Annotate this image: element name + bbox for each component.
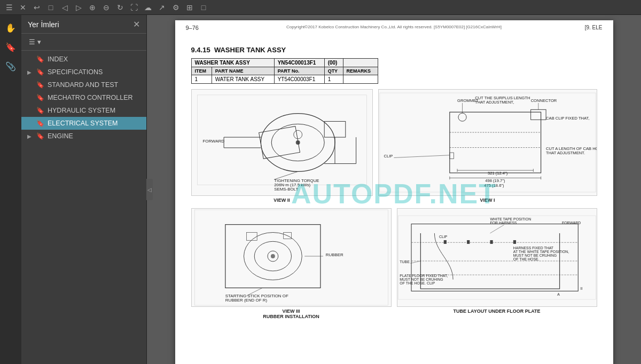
svg-rect-17 xyxy=(259,126,300,159)
row-partname: WATER TANK ASSY xyxy=(212,75,274,84)
zoom-in-icon[interactable]: ⊕ xyxy=(88,3,97,12)
svg-point-50 xyxy=(270,254,275,258)
col-qty: QTY xyxy=(324,67,343,75)
fullscreen-icon[interactable]: ⛶ xyxy=(129,3,139,12)
svg-text:MUST NOT BE CRUHING: MUST NOT BE CRUHING xyxy=(513,254,556,257)
grid-icon[interactable]: ⊞ xyxy=(185,3,194,12)
prev-icon[interactable]: ◁ xyxy=(60,3,69,12)
sidebar-item-specifications[interactable]: ▶ 🔖 SPECIFICATIONS xyxy=(21,66,146,78)
pdf-page: AUTOPDF.NET 9–76 Copyright©2017 Kobelco … xyxy=(175,20,613,364)
svg-text:FORWARD: FORWARD xyxy=(561,221,580,225)
svg-text:HARNESS FIXED THAT: HARNESS FIXED THAT xyxy=(513,246,553,250)
sidebar-item-label-index: INDEX xyxy=(48,56,142,63)
svg-text:CAB CLIP FIXED THAT,: CAB CLIP FIXED THAT, xyxy=(546,116,589,121)
svg-rect-6 xyxy=(324,121,346,137)
panel-close-button[interactable]: ✕ xyxy=(133,20,140,29)
svg-text:498 (19.7"): 498 (19.7") xyxy=(485,178,505,183)
diagram-tube-layout-container: WHITE TAPE POSITION FOR HARNESS TUBE A I… xyxy=(397,208,597,319)
diagram-view-ii-container: FORWARD TIGHTENING TORQUE 206N·m (17.5 k… xyxy=(191,89,373,203)
sidebar-item-engine[interactable]: ▶ 🔖 ENGINE xyxy=(21,130,146,143)
svg-rect-18 xyxy=(379,93,595,192)
svg-text:TUBE: TUBE xyxy=(400,260,410,264)
table-assy-name: WASHER TANK ASSY xyxy=(191,59,274,67)
svg-text:PLATE FLOOR FIXED THAT,: PLATE FLOOR FIXED THAT, xyxy=(400,274,448,278)
view-ii-svg: FORWARD TIGHTENING TORQUE 206N·m (17.5 k… xyxy=(192,90,372,195)
svg-rect-63 xyxy=(443,240,446,244)
section-note: [9. ELE xyxy=(585,25,603,30)
col-item: ITEM xyxy=(191,67,212,75)
svg-text:MUST NOT BE CRUHING: MUST NOT BE CRUHING xyxy=(400,278,443,281)
panel-toolbar: ☰ ▾ xyxy=(21,34,146,51)
layout-icon[interactable]: □ xyxy=(199,3,208,12)
sidebar-item-index[interactable]: 🔖 INDEX xyxy=(21,53,146,66)
svg-rect-24 xyxy=(449,153,454,159)
expander-standard xyxy=(26,81,33,89)
icon-strip: ✋ 🔖 📎 xyxy=(0,15,21,364)
svg-line-41 xyxy=(394,155,449,158)
copyright-text: Copyright©2017 Kobelco Construction Mach… xyxy=(286,25,502,29)
window-icon[interactable]: □ xyxy=(46,3,56,12)
rotate-icon[interactable]: ↻ xyxy=(115,3,125,12)
hand-tool-icon[interactable]: ✋ xyxy=(2,19,19,36)
svg-rect-66 xyxy=(513,240,515,244)
col-partno: PART No. xyxy=(274,67,324,75)
sidebar-item-label-specifications: SPECIFICATIONS xyxy=(48,68,142,76)
expander-hydraulic xyxy=(26,107,33,114)
diagram-view-i-container: 321 (12.4") 498 (19.7") 475 (18.6") GROM… xyxy=(378,89,597,203)
zoom-out-icon[interactable]: ⊖ xyxy=(101,3,111,12)
table-assy-qty: (00) xyxy=(324,59,343,67)
svg-text:FORWARD: FORWARD xyxy=(202,139,224,144)
svg-text:AT THE WHITE TAPE POSITION,: AT THE WHITE TAPE POSITION, xyxy=(513,250,568,254)
diagram-tube-layout: WHITE TAPE POSITION FOR HARNESS TUBE A I… xyxy=(397,208,597,307)
sidebar-item-mechatro[interactable]: 🔖 MECHATRO CONTROLLER xyxy=(21,91,146,104)
sidebar-item-hydraulic[interactable]: 🔖 HYDRAULIC SYSTEM xyxy=(21,104,146,117)
sidebar-item-electrical[interactable]: 🔖 ELECTRICAL SYSTEM xyxy=(21,117,146,130)
svg-text:OF THE HOSE. CLIP: OF THE HOSE. CLIP xyxy=(400,281,435,285)
main-content: ✋ 🔖 📎 Yer İmleri ✕ ☰ ▾ 🔖 INDEX xyxy=(0,15,641,364)
section-title: 9.4.15 WASHER TANK ASSY xyxy=(191,46,597,54)
menu-icon[interactable]: ☰ xyxy=(4,3,14,12)
svg-line-71 xyxy=(410,261,420,263)
cloud-icon[interactable]: ☁ xyxy=(143,3,153,12)
table-row: 1 WATER TANK ASSY YT54C00003F1 1 xyxy=(191,75,378,84)
view-iii-label: VIEW IIIRUBBER INSTALLATION xyxy=(191,308,392,319)
view-options-button[interactable]: ☰ ▾ xyxy=(27,37,43,47)
back-icon[interactable]: ↩ xyxy=(32,3,42,12)
svg-point-22 xyxy=(458,113,466,121)
svg-text:CLIP: CLIP xyxy=(384,154,393,159)
svg-point-15 xyxy=(293,130,302,139)
sidebar-item-label-standard: STANDARD AND TEST xyxy=(48,81,142,89)
col-partname: PART NAME xyxy=(212,67,274,75)
tube-layout-label: TUBE LAYOUT UNDER FLOOR PLATE xyxy=(397,308,597,314)
panel-title: Yer İmleri xyxy=(28,20,59,29)
svg-text:321 (12.4"): 321 (12.4") xyxy=(488,171,508,176)
diagram-view-i: 321 (12.4") 498 (19.7") 475 (18.6") GROM… xyxy=(378,89,597,196)
svg-rect-23 xyxy=(530,109,545,120)
bookmark-icon-electrical: 🔖 xyxy=(36,120,44,127)
bookmark-icon-specifications: 🔖 xyxy=(36,68,44,76)
svg-text:FOR HARNESS: FOR HARNESS xyxy=(490,221,517,225)
svg-text:475 (18.6"): 475 (18.6") xyxy=(484,183,504,188)
bookmark-icon-engine: 🔖 xyxy=(36,132,44,140)
row-remarks xyxy=(343,75,378,84)
panel-collapse-handle[interactable]: ◁ xyxy=(146,179,153,200)
settings-icon[interactable]: ⚙ xyxy=(171,3,181,12)
sidebar-item-label-engine: ENGINE xyxy=(48,132,142,140)
sidebar-item-standard-and-test[interactable]: 🔖 STANDARD AND TEST xyxy=(21,78,146,91)
bookmarks-icon[interactable]: 🔖 xyxy=(2,38,19,56)
next-icon[interactable]: ▷ xyxy=(74,3,83,12)
pdf-viewer[interactable]: AUTOPDF.NET 9–76 Copyright©2017 Kobelco … xyxy=(147,15,641,364)
share-icon[interactable]: ↗ xyxy=(157,3,167,12)
svg-text:THAT ADJUSTMENT.: THAT ADJUSTMENT. xyxy=(546,151,585,155)
svg-text:THAT ADJUSTMENT,: THAT ADJUSTMENT, xyxy=(475,100,514,105)
sidebar-item-label-electrical: ELECTRICAL SYSTEM xyxy=(48,120,142,127)
main-toolbar: ☰ ✕ ↩ □ ◁ ▷ ⊕ ⊖ ↻ ⛶ ☁ ↗ ⚙ ⊞ □ xyxy=(0,0,641,15)
panel-header: Yer İmleri ✕ xyxy=(21,15,146,34)
paperclip-icon[interactable]: 📎 xyxy=(2,58,19,75)
diagram-view-ii: FORWARD TIGHTENING TORQUE 206N·m (17.5 k… xyxy=(191,89,373,196)
table-assy-part: YN54C00013F1 xyxy=(274,59,324,67)
col-remarks: REMARKS xyxy=(343,67,378,75)
svg-text:RUBBER (END OF R): RUBBER (END OF R) xyxy=(225,298,267,303)
close-icon[interactable]: ✕ xyxy=(18,3,28,12)
expander-engine: ▶ xyxy=(26,132,33,140)
